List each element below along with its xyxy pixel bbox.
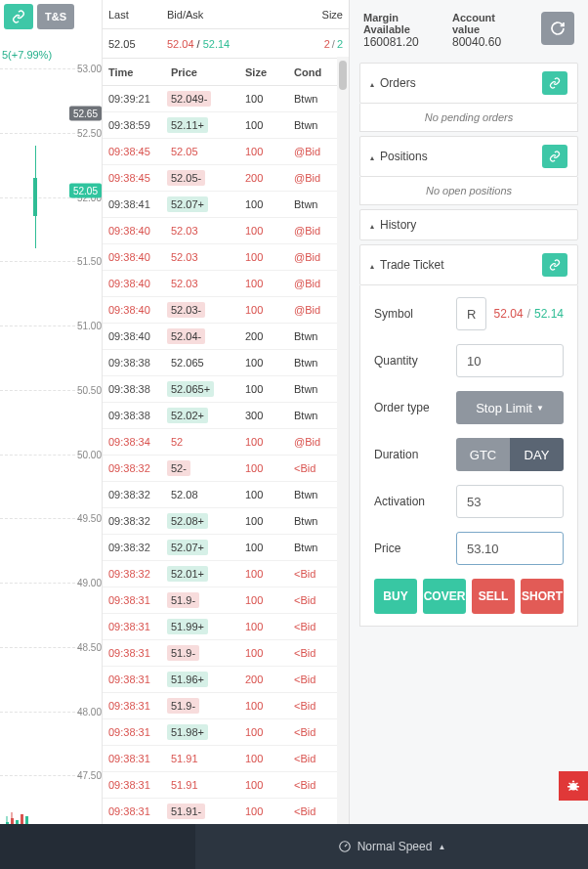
duration-toggle[interactable]: GTC DAY <box>456 438 564 471</box>
price-input[interactable] <box>456 532 564 565</box>
ts-cond: <Bid <box>294 805 343 817</box>
ts-row: 09:38:3852.065100Btwn <box>103 350 349 376</box>
buy-button[interactable]: BUY <box>374 579 417 614</box>
ts-time: 09:38:40 <box>108 278 167 289</box>
ts-row: 09:38:3252.08100Btwn <box>103 482 349 508</box>
ts-price: 52.065 <box>167 355 208 370</box>
bidask-value: 52.04 / 52.14 <box>167 38 245 50</box>
ts-price: 52.08+ <box>167 513 208 529</box>
account-value-label: Account value <box>452 12 522 35</box>
ts-cond: Btwn <box>294 383 343 395</box>
ts-price: 52.03 <box>167 276 202 291</box>
ts-time: 09:38:45 <box>108 172 167 184</box>
quantity-input[interactable] <box>456 344 564 377</box>
ts-row: 09:38:3252.01+100<Bid <box>103 561 349 587</box>
sell-button[interactable]: SELL <box>472 579 515 614</box>
quantity-label: Quantity <box>374 354 456 368</box>
ts-size: 100 <box>245 621 294 632</box>
history-header[interactable]: ▴History <box>359 209 578 240</box>
bidask-label: Bid/Ask <box>167 9 245 21</box>
positions-link-button[interactable] <box>542 145 567 168</box>
ts-cond: Btwn <box>294 198 343 210</box>
bug-report-button[interactable] <box>559 771 588 801</box>
ts-cond: <Bid <box>294 700 343 712</box>
ts-size: 300 <box>245 410 294 421</box>
ts-time: 09:38:32 <box>108 542 167 553</box>
ts-price: 51.9- <box>167 698 199 714</box>
price-label: Price <box>374 542 456 555</box>
speed-control[interactable]: Normal Speed▲ <box>195 824 588 869</box>
ts-cond: @Bid <box>294 172 343 184</box>
ts-scrollbar[interactable] <box>337 57 349 869</box>
y-tick: 50.50 <box>77 384 102 395</box>
ts-price: 51.9- <box>167 592 199 608</box>
ts-price: 51.9- <box>167 645 199 661</box>
ts-time: 09:38:34 <box>108 436 167 448</box>
cover-button[interactable]: COVER <box>423 579 466 614</box>
y-tick: 50.00 <box>77 449 102 459</box>
symbol-label: Symbol <box>374 307 456 321</box>
ticket-header[interactable]: ▴Trade Ticket <box>359 244 578 285</box>
ts-size: 100 <box>245 489 294 500</box>
ordertype-dropdown[interactable]: Stop Limit▼ <box>456 391 564 424</box>
ts-row: 09:38:4052.03100@Bid <box>103 218 349 244</box>
ts-size: 100 <box>245 119 294 131</box>
ts-price: 52.01+ <box>167 566 208 582</box>
footer: Normal Speed▲ <box>0 824 588 869</box>
y-tick: 51.50 <box>77 256 102 267</box>
ts-time: 09:38:40 <box>108 225 167 237</box>
ts-row: 09:38:5952.11+100Btwn <box>103 112 349 139</box>
account-summary: Margin Available 160081.20 Account value… <box>350 0 588 59</box>
duration-day[interactable]: DAY <box>510 438 564 471</box>
ts-row: 09:38:3151.91-100<Bid <box>103 799 349 825</box>
orders-link-button[interactable] <box>542 71 567 95</box>
ts-time: 09:39:21 <box>108 93 167 105</box>
ts-row: 09:38:3151.9-100<Bid <box>103 693 349 719</box>
ts-size: 100 <box>245 304 294 316</box>
ts-time: 09:38:31 <box>108 726 167 738</box>
ts-time: 09:38:38 <box>108 383 167 395</box>
y-tick: 51.00 <box>77 321 102 331</box>
ts-cond: <Bid <box>294 753 343 764</box>
ts-size: 100 <box>245 357 294 369</box>
price-marker-ref: 52.65 <box>69 107 102 121</box>
ts-cond: <Bid <box>294 462 343 474</box>
ts-size: 100 <box>245 278 294 289</box>
ts-size: 100 <box>245 779 294 791</box>
ts-cond: @Bid <box>294 436 343 448</box>
ts-size: 100 <box>245 383 294 395</box>
ts-row: 09:38:3151.9-100<Bid <box>103 587 349 614</box>
ts-price: 52 <box>167 434 187 450</box>
ts-price: 52.11+ <box>167 117 208 133</box>
positions-header[interactable]: ▴Positions <box>359 136 578 177</box>
duration-label: Duration <box>374 448 456 461</box>
orders-header[interactable]: ▴Orders <box>359 63 578 104</box>
refresh-button[interactable] <box>541 12 574 45</box>
ts-time: 09:38:32 <box>108 568 167 580</box>
svg-line-13 <box>569 789 571 791</box>
ts-row: 09:38:3252.08+100Btwn <box>103 508 349 535</box>
ts-size: 100 <box>245 225 294 237</box>
activation-input[interactable] <box>456 485 564 518</box>
ts-price: 52.07+ <box>167 540 208 555</box>
ts-row: 09:38:4552.05-200@Bid <box>103 165 349 192</box>
symbol-quote: 52.04/52.14 <box>494 307 564 321</box>
ts-toggle-button[interactable]: T&S <box>37 4 74 29</box>
chart-link-button[interactable] <box>4 4 33 29</box>
ts-size: 100 <box>245 700 294 712</box>
ts-price: 51.99+ <box>167 619 208 634</box>
ts-time: 09:38:32 <box>108 515 167 527</box>
symbol-input[interactable] <box>456 297 486 330</box>
margin-label: Margin Available <box>363 12 433 35</box>
chart-pct-label: 5(+7.99%) <box>2 49 52 61</box>
size-value: 2/2 <box>294 38 343 50</box>
short-button[interactable]: SHORT <box>521 579 564 614</box>
ts-row: 09:38:4052.03-100@Bid <box>103 297 349 324</box>
chart-panel: T&S 5(+7.99%) 53.0052.5052.0051.5051.005… <box>0 0 103 869</box>
ts-row: 09:38:4052.04-200Btwn <box>103 324 349 350</box>
gauge-icon <box>338 840 352 853</box>
ticket-link-button[interactable] <box>542 253 567 277</box>
ts-cond: Btwn <box>294 357 343 369</box>
duration-gtc[interactable]: GTC <box>456 438 510 471</box>
ts-time: 09:38:40 <box>108 304 167 316</box>
